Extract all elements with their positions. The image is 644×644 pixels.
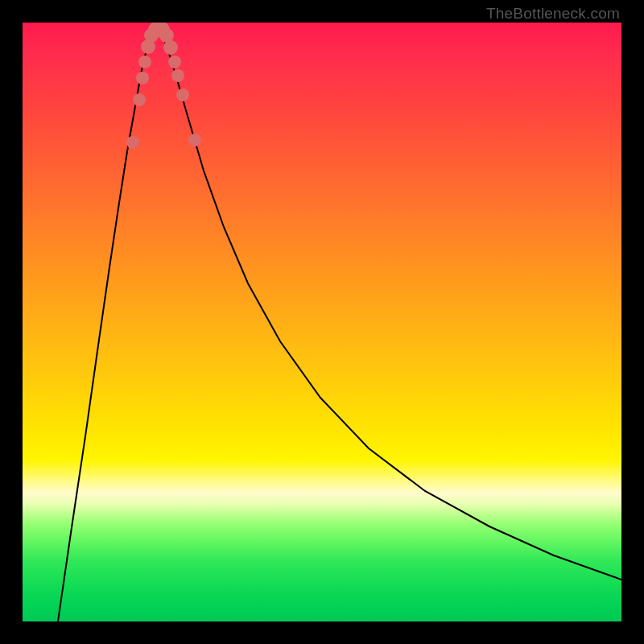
curve-marker (126, 136, 139, 149)
watermark-text: TheBottleneck.com (486, 5, 620, 23)
curve-markers (126, 23, 201, 149)
curve-marker (168, 56, 181, 68)
curve-marker (171, 69, 184, 82)
curve-marker (138, 56, 151, 68)
bottleneck-curve (58, 29, 621, 621)
curve-marker (188, 134, 201, 147)
curve-marker (176, 89, 189, 101)
curve-marker (133, 93, 146, 106)
curve-marker (163, 40, 178, 55)
bottleneck-curve-svg (23, 23, 621, 621)
curve-marker (136, 72, 149, 85)
